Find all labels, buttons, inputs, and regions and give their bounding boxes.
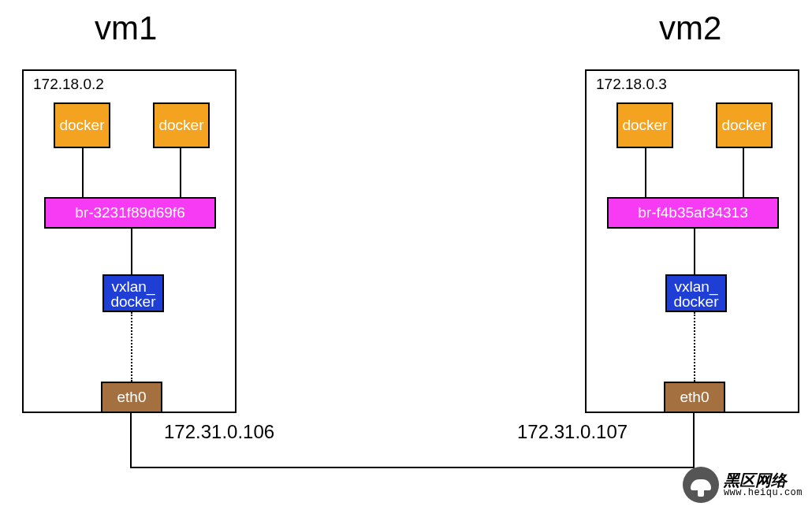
vm1-line-vxlan-eth xyxy=(131,312,132,382)
vm2-title: vm2 xyxy=(659,9,721,47)
vm1-line-docker-right-bridge xyxy=(180,148,181,197)
vm1-host-ip: 172.31.0.106 xyxy=(164,421,274,443)
vm1-bridge: br-3231f89d69f6 xyxy=(44,197,216,229)
vm2-docker-left: docker xyxy=(616,102,673,148)
vm2-box: 172.18.0.3 docker docker br-f4b35af34313… xyxy=(585,69,799,413)
vm2-host-ip: 172.31.0.107 xyxy=(517,421,628,443)
vm1-overlay-ip: 172.18.0.2 xyxy=(33,76,104,93)
vm2-docker-right: docker xyxy=(716,102,773,148)
vm1-docker-left: docker xyxy=(54,102,110,148)
net-line-horizontal xyxy=(130,467,695,468)
watermark-url: www.heiqu.com xyxy=(724,488,803,497)
watermark-logo-icon xyxy=(683,467,719,503)
vm2-line-bridge-vxlan xyxy=(694,229,695,274)
vm1-docker-right: docker xyxy=(153,102,210,148)
vm1-line-bridge-vxlan xyxy=(131,229,132,274)
vm1-box: 172.18.0.2 docker docker br-3231f89d69f6… xyxy=(22,69,237,413)
vm2-vxlan: vxlan_docker xyxy=(665,274,727,312)
net-line-vm2-down xyxy=(693,412,695,468)
vm1-eth0: eth0 xyxy=(101,382,162,413)
vm1-title: vm1 xyxy=(95,9,157,47)
vm2-overlay-ip: 172.18.0.3 xyxy=(596,76,667,93)
vm2-line-docker-left-bridge xyxy=(645,148,646,197)
vm2-eth0: eth0 xyxy=(664,382,725,413)
vm2-bridge: br-f4b35af34313 xyxy=(607,197,779,229)
watermark-cn: 黑区网络 xyxy=(724,472,803,488)
vm1-line-docker-left-bridge xyxy=(82,148,84,197)
vm1-vxlan: vxlan_docker xyxy=(102,274,164,312)
vm2-line-vxlan-eth xyxy=(694,312,695,382)
vm2-line-docker-right-bridge xyxy=(743,148,744,197)
watermark: 黑区网络 www.heiqu.com xyxy=(683,467,803,503)
net-line-vm1-down xyxy=(130,412,132,468)
